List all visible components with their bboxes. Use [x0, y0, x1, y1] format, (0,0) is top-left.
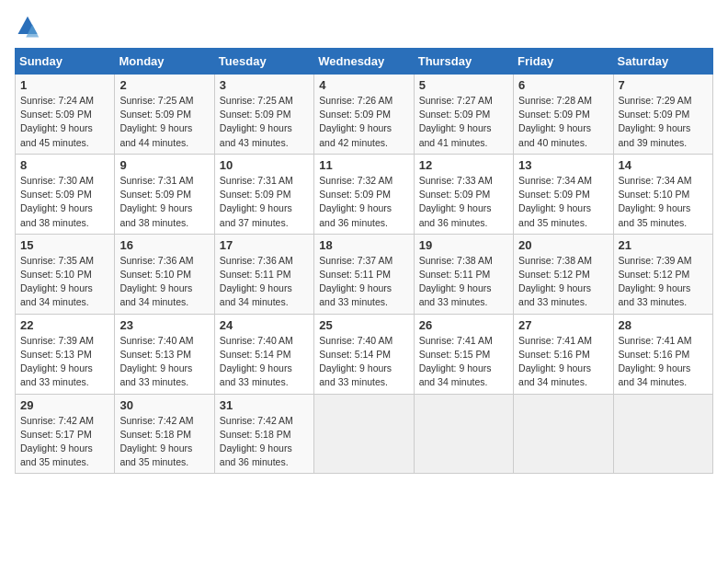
calendar-day-cell: 26 Sunrise: 7:41 AM Sunset: 5:15 PM Dayl…: [414, 314, 513, 394]
calendar-day-cell: 18 Sunrise: 7:37 AM Sunset: 5:11 PM Dayl…: [314, 234, 414, 314]
calendar-week-row: 15 Sunrise: 7:35 AM Sunset: 5:10 PM Dayl…: [16, 234, 713, 314]
calendar-day-cell: 16 Sunrise: 7:36 AM Sunset: 5:10 PM Dayl…: [115, 234, 214, 314]
calendar-day-cell: 3 Sunrise: 7:25 AM Sunset: 5:09 PM Dayli…: [214, 75, 313, 155]
calendar-day-cell: 12 Sunrise: 7:33 AM Sunset: 5:09 PM Dayl…: [414, 154, 513, 234]
calendar-day-cell: 6 Sunrise: 7:28 AM Sunset: 5:09 PM Dayli…: [514, 75, 613, 155]
calendar-day-cell: 21 Sunrise: 7:39 AM Sunset: 5:12 PM Dayl…: [613, 234, 712, 314]
day-info: Sunrise: 7:28 AM Sunset: 5:09 PM Dayligh…: [518, 94, 608, 150]
day-info: Sunrise: 7:34 AM Sunset: 5:10 PM Dayligh…: [619, 174, 708, 230]
day-info: Sunrise: 7:35 AM Sunset: 5:10 PM Dayligh…: [20, 254, 109, 310]
day-number: 21: [619, 238, 708, 252]
day-info: Sunrise: 7:31 AM Sunset: 5:09 PM Dayligh…: [220, 174, 309, 230]
calendar-day-cell: 28 Sunrise: 7:41 AM Sunset: 5:16 PM Dayl…: [613, 314, 712, 394]
day-number: 6: [518, 78, 608, 92]
calendar-day-cell: 24 Sunrise: 7:40 AM Sunset: 5:14 PM Dayl…: [214, 314, 313, 394]
weekday-header-monday: Monday: [115, 49, 214, 75]
day-number: 26: [419, 318, 508, 332]
calendar-day-cell: [613, 394, 712, 474]
day-number: 7: [619, 78, 708, 92]
day-number: 2: [119, 78, 209, 92]
calendar-day-cell: 30 Sunrise: 7:42 AM Sunset: 5:18 PM Dayl…: [115, 394, 214, 474]
day-info: Sunrise: 7:37 AM Sunset: 5:11 PM Dayligh…: [319, 254, 408, 310]
calendar-day-cell: 25 Sunrise: 7:40 AM Sunset: 5:14 PM Dayl…: [314, 314, 414, 394]
calendar-day-cell: 19 Sunrise: 7:38 AM Sunset: 5:11 PM Dayl…: [414, 234, 513, 314]
weekday-header-tuesday: Tuesday: [214, 49, 313, 75]
calendar-week-row: 29 Sunrise: 7:42 AM Sunset: 5:17 PM Dayl…: [16, 394, 713, 474]
day-number: 3: [220, 78, 309, 92]
day-info: Sunrise: 7:26 AM Sunset: 5:09 PM Dayligh…: [319, 94, 408, 150]
day-info: Sunrise: 7:25 AM Sunset: 5:09 PM Dayligh…: [220, 94, 309, 150]
day-info: Sunrise: 7:41 AM Sunset: 5:16 PM Dayligh…: [518, 334, 608, 390]
day-number: 9: [119, 158, 209, 172]
day-number: 8: [20, 158, 109, 172]
day-info: Sunrise: 7:34 AM Sunset: 5:09 PM Dayligh…: [518, 174, 608, 230]
day-info: Sunrise: 7:40 AM Sunset: 5:14 PM Dayligh…: [220, 334, 309, 390]
weekday-header-wednesday: Wednesday: [314, 49, 414, 75]
calendar-day-cell: 31 Sunrise: 7:42 AM Sunset: 5:18 PM Dayl…: [214, 394, 313, 474]
day-info: Sunrise: 7:30 AM Sunset: 5:09 PM Dayligh…: [20, 174, 109, 230]
day-number: 30: [119, 398, 209, 412]
day-info: Sunrise: 7:39 AM Sunset: 5:13 PM Dayligh…: [20, 334, 109, 390]
calendar-day-cell: 22 Sunrise: 7:39 AM Sunset: 5:13 PM Dayl…: [16, 314, 115, 394]
day-number: 31: [220, 398, 309, 412]
calendar-day-cell: 11 Sunrise: 7:32 AM Sunset: 5:09 PM Dayl…: [314, 154, 414, 234]
calendar-week-row: 8 Sunrise: 7:30 AM Sunset: 5:09 PM Dayli…: [16, 154, 713, 234]
weekday-header-thursday: Thursday: [414, 49, 513, 75]
calendar-day-cell: 8 Sunrise: 7:30 AM Sunset: 5:09 PM Dayli…: [16, 154, 115, 234]
calendar-day-cell: 14 Sunrise: 7:34 AM Sunset: 5:10 PM Dayl…: [613, 154, 712, 234]
calendar-day-cell: 13 Sunrise: 7:34 AM Sunset: 5:09 PM Dayl…: [514, 154, 613, 234]
day-number: 23: [119, 318, 209, 332]
day-number: 17: [220, 238, 309, 252]
day-number: 5: [419, 78, 508, 92]
calendar-day-cell: 1 Sunrise: 7:24 AM Sunset: 5:09 PM Dayli…: [16, 75, 115, 155]
day-number: 29: [20, 398, 109, 412]
day-info: Sunrise: 7:42 AM Sunset: 5:18 PM Dayligh…: [119, 414, 209, 470]
calendar-day-cell: [314, 394, 414, 474]
page-header: [15, 15, 713, 40]
day-info: Sunrise: 7:29 AM Sunset: 5:09 PM Dayligh…: [619, 94, 708, 150]
day-number: 15: [20, 238, 109, 252]
calendar-day-cell: [414, 394, 513, 474]
weekday-header-friday: Friday: [514, 49, 613, 75]
day-number: 24: [220, 318, 309, 332]
day-info: Sunrise: 7:27 AM Sunset: 5:09 PM Dayligh…: [419, 94, 508, 150]
day-info: Sunrise: 7:25 AM Sunset: 5:09 PM Dayligh…: [119, 94, 209, 150]
day-number: 1: [20, 78, 109, 92]
day-number: 11: [319, 158, 408, 172]
calendar-header: SundayMondayTuesdayWednesdayThursdayFrid…: [16, 49, 713, 75]
calendar-day-cell: 10 Sunrise: 7:31 AM Sunset: 5:09 PM Dayl…: [214, 154, 313, 234]
day-number: 14: [619, 158, 708, 172]
day-number: 22: [20, 318, 109, 332]
day-number: 18: [319, 238, 408, 252]
day-number: 10: [220, 158, 309, 172]
weekday-header-saturday: Saturday: [613, 49, 712, 75]
day-info: Sunrise: 7:36 AM Sunset: 5:10 PM Dayligh…: [119, 254, 209, 310]
logo-icon: [15, 15, 40, 40]
calendar-day-cell: 27 Sunrise: 7:41 AM Sunset: 5:16 PM Dayl…: [514, 314, 613, 394]
day-info: Sunrise: 7:42 AM Sunset: 5:18 PM Dayligh…: [220, 414, 309, 470]
day-number: 25: [319, 318, 408, 332]
calendar-day-cell: 29 Sunrise: 7:42 AM Sunset: 5:17 PM Dayl…: [16, 394, 115, 474]
day-info: Sunrise: 7:24 AM Sunset: 5:09 PM Dayligh…: [20, 94, 109, 150]
day-info: Sunrise: 7:41 AM Sunset: 5:16 PM Dayligh…: [619, 334, 708, 390]
day-number: 27: [518, 318, 608, 332]
calendar-day-cell: 9 Sunrise: 7:31 AM Sunset: 5:09 PM Dayli…: [115, 154, 214, 234]
calendar-week-row: 1 Sunrise: 7:24 AM Sunset: 5:09 PM Dayli…: [16, 75, 713, 155]
day-info: Sunrise: 7:36 AM Sunset: 5:11 PM Dayligh…: [220, 254, 309, 310]
weekday-header-row: SundayMondayTuesdayWednesdayThursdayFrid…: [16, 49, 713, 75]
day-number: 4: [319, 78, 408, 92]
calendar-day-cell: 4 Sunrise: 7:26 AM Sunset: 5:09 PM Dayli…: [314, 75, 414, 155]
day-info: Sunrise: 7:32 AM Sunset: 5:09 PM Dayligh…: [319, 174, 408, 230]
day-info: Sunrise: 7:42 AM Sunset: 5:17 PM Dayligh…: [20, 414, 109, 470]
day-number: 19: [419, 238, 508, 252]
calendar-day-cell: 15 Sunrise: 7:35 AM Sunset: 5:10 PM Dayl…: [16, 234, 115, 314]
day-info: Sunrise: 7:39 AM Sunset: 5:12 PM Dayligh…: [619, 254, 708, 310]
day-number: 16: [119, 238, 209, 252]
day-info: Sunrise: 7:38 AM Sunset: 5:11 PM Dayligh…: [419, 254, 508, 310]
calendar-day-cell: 7 Sunrise: 7:29 AM Sunset: 5:09 PM Dayli…: [613, 75, 712, 155]
calendar-day-cell: [514, 394, 613, 474]
calendar-body: 1 Sunrise: 7:24 AM Sunset: 5:09 PM Dayli…: [16, 75, 713, 474]
calendar-day-cell: 2 Sunrise: 7:25 AM Sunset: 5:09 PM Dayli…: [115, 75, 214, 155]
day-number: 28: [619, 318, 708, 332]
day-info: Sunrise: 7:33 AM Sunset: 5:09 PM Dayligh…: [419, 174, 508, 230]
